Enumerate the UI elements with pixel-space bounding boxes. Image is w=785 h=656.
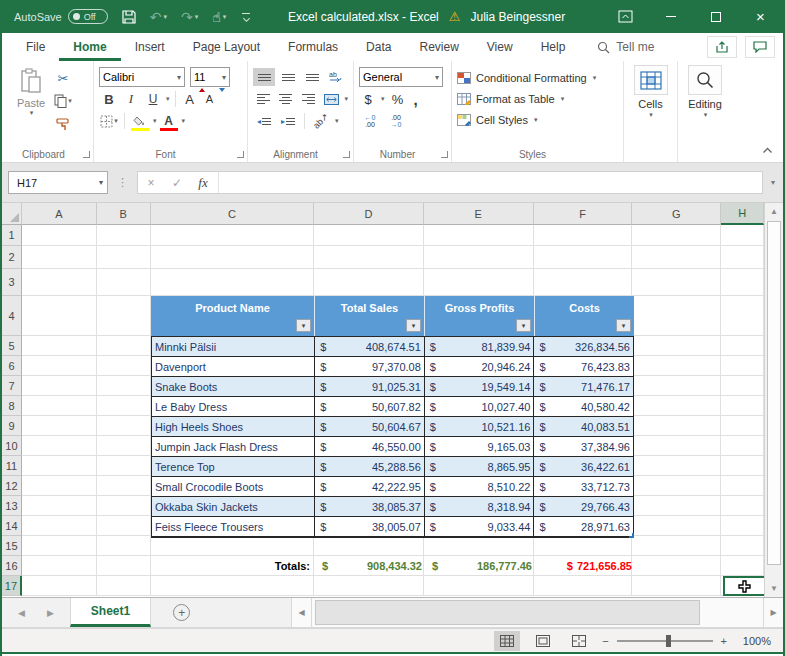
cell-A14[interactable] xyxy=(22,516,97,536)
vertical-scroll-thumb[interactable] xyxy=(767,221,781,565)
tab-help[interactable]: Help xyxy=(527,33,580,61)
sheet-prev-button[interactable]: ◀ xyxy=(18,608,25,618)
format-as-table-button[interactable]: Format as Table ▾ xyxy=(457,88,618,109)
paste-dropdown-icon[interactable]: ▾ xyxy=(30,109,34,117)
cell-H12[interactable] xyxy=(721,476,764,496)
underline-button[interactable]: U xyxy=(143,89,163,109)
header-costs[interactable]: Costs▾ xyxy=(535,296,634,336)
cell-B4[interactable] xyxy=(97,296,151,336)
name-box-dropdown-icon[interactable]: ▾ xyxy=(99,178,103,187)
scroll-left-button[interactable]: ◀ xyxy=(291,598,311,627)
cell-B8[interactable] xyxy=(97,396,151,416)
italic-button[interactable]: I xyxy=(121,89,141,109)
totals-cost[interactable]: $721,656.85 xyxy=(535,556,634,576)
font-color-dropdown-icon[interactable]: ▾ xyxy=(182,117,186,125)
cell-A12[interactable] xyxy=(22,476,97,496)
cell-H15[interactable] xyxy=(721,536,764,556)
cell-H11[interactable] xyxy=(721,456,764,476)
cell-A17[interactable] xyxy=(22,576,97,596)
cell-F1[interactable] xyxy=(534,225,633,246)
ribbon-display-options-button[interactable] xyxy=(603,0,648,33)
cell-A1[interactable] xyxy=(22,225,97,246)
row-header-11[interactable]: 11 xyxy=(2,456,22,476)
cell-G4[interactable] xyxy=(632,296,721,336)
cell-G12[interactable] xyxy=(632,476,721,496)
cell-B1[interactable] xyxy=(97,225,151,246)
cell-H6[interactable] xyxy=(721,356,764,376)
cell-H14[interactable] xyxy=(721,516,764,536)
editing-dropdown-icon[interactable]: ▾ xyxy=(704,111,708,119)
cell-G3[interactable] xyxy=(632,269,721,296)
row-header-8[interactable]: 8 xyxy=(2,396,22,416)
cell-B15[interactable] xyxy=(97,536,151,556)
cell-A5[interactable] xyxy=(22,336,97,356)
header-gross-profits[interactable]: Gross Profits▾ xyxy=(425,296,535,336)
cell-H5[interactable] xyxy=(721,336,764,356)
orientation-dropdown-icon[interactable]: ▾ xyxy=(335,117,339,125)
cell-B9[interactable] xyxy=(97,416,151,436)
touch-mode-button[interactable]: ☝▾ xyxy=(212,9,226,25)
table-row[interactable]: Le Baby Dress$50,607.82$10,027.40$40,580… xyxy=(152,397,633,417)
cell-H10[interactable] xyxy=(721,436,764,456)
bottom-align-button[interactable] xyxy=(301,68,323,86)
undo-button[interactable]: ↶▾ xyxy=(150,9,167,25)
merge-center-button[interactable] xyxy=(321,90,342,108)
column-header-D[interactable]: D xyxy=(314,203,424,225)
cell-H16[interactable] xyxy=(721,556,764,576)
select-all-corner[interactable] xyxy=(2,203,22,225)
cell-H9[interactable] xyxy=(721,416,764,436)
cell-C17[interactable] xyxy=(151,576,315,596)
filter-button[interactable]: ▾ xyxy=(406,319,421,332)
share-button[interactable] xyxy=(707,36,737,58)
row-header-4[interactable]: 4 xyxy=(2,296,22,336)
cell-B6[interactable] xyxy=(97,356,151,376)
fill-color-dropdown-icon[interactable]: ▾ xyxy=(153,117,157,125)
cell-C3[interactable] xyxy=(151,269,315,296)
cell-G11[interactable] xyxy=(632,456,721,476)
row-header-17[interactable]: 17 xyxy=(2,576,22,596)
cell-A13[interactable] xyxy=(22,496,97,516)
cell-A6[interactable] xyxy=(22,356,97,376)
sheet-next-button[interactable]: ▶ xyxy=(47,608,54,618)
zoom-in-button[interactable]: + xyxy=(721,635,727,647)
row-header-16[interactable]: 16 xyxy=(2,556,22,576)
cell-E1[interactable] xyxy=(424,225,534,246)
customize-qat-button[interactable] xyxy=(242,13,250,21)
cell-F3[interactable] xyxy=(534,269,633,296)
table-row[interactable]: Jumpin Jack Flash Dress$46,550.00$9,165.… xyxy=(152,437,633,457)
cell-G13[interactable] xyxy=(632,496,721,516)
cell-E3[interactable] xyxy=(424,269,534,296)
align-left-button[interactable] xyxy=(253,90,274,108)
row-header-12[interactable]: 12 xyxy=(2,476,22,496)
zoom-out-button[interactable]: − xyxy=(602,635,608,647)
page-layout-view-button[interactable] xyxy=(530,631,556,651)
warning-icon[interactable]: ⚠ xyxy=(449,9,461,24)
row-header-3[interactable]: 3 xyxy=(2,269,22,296)
format-painter-button[interactable] xyxy=(53,114,73,134)
vertical-scrollbar[interactable]: ▲ ▼ xyxy=(764,203,783,597)
zoom-level[interactable]: 100% xyxy=(737,635,771,647)
wrap-text-button[interactable]: ab xyxy=(325,68,347,86)
percent-style-button[interactable]: % xyxy=(391,89,405,109)
cell-G8[interactable] xyxy=(632,396,721,416)
tab-formulas[interactable]: Formulas xyxy=(274,33,352,61)
increase-indent-button[interactable]: ▸ xyxy=(277,112,299,130)
cell-D1[interactable] xyxy=(314,225,424,246)
cell-G7[interactable] xyxy=(632,376,721,396)
cells-dropdown-icon[interactable]: ▾ xyxy=(649,111,653,119)
row-header-13[interactable]: 13 xyxy=(2,496,22,516)
cell-H3[interactable] xyxy=(721,269,764,296)
cell-F15[interactable] xyxy=(534,536,633,556)
cell-B10[interactable] xyxy=(97,436,151,456)
accounting-format-button[interactable]: $ xyxy=(362,89,374,109)
table-row[interactable]: High Heels Shoes$50,604.67$10,521.16$40,… xyxy=(152,417,633,437)
cell-G16[interactable] xyxy=(632,556,721,576)
normal-view-button[interactable] xyxy=(494,631,520,651)
close-button[interactable]: × xyxy=(738,0,783,33)
scroll-down-button[interactable]: ▼ xyxy=(765,580,783,597)
cell-H8[interactable] xyxy=(721,396,764,416)
cell-G15[interactable] xyxy=(632,536,721,556)
cell-H1[interactable] xyxy=(721,225,764,246)
bold-button[interactable]: B xyxy=(99,89,119,109)
cell-B12[interactable] xyxy=(97,476,151,496)
